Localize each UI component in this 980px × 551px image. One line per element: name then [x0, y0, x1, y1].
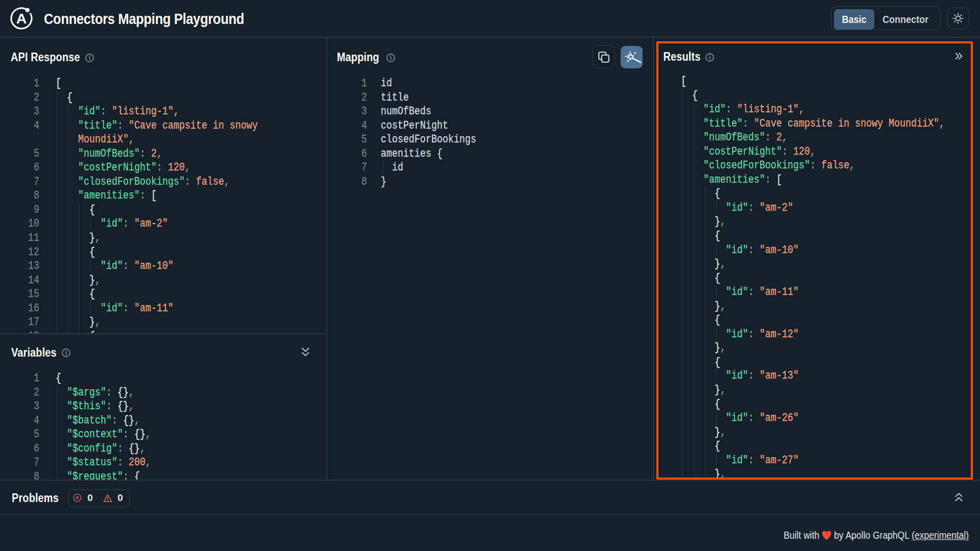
svg-text:A: A — [16, 10, 27, 27]
